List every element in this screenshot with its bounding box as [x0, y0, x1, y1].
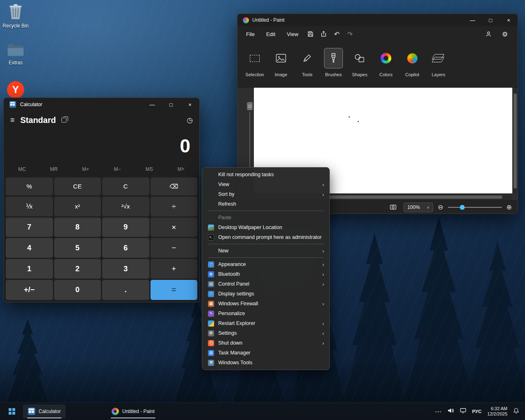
context-menu-item-refresh[interactable]: Refresh: [204, 199, 328, 209]
minimize-button[interactable]: —: [463, 14, 482, 26]
menu-view[interactable]: View: [281, 29, 304, 40]
context-menu-item-new[interactable]: New ›: [204, 246, 328, 256]
maximize-button[interactable]: □: [162, 98, 180, 111]
memory-flyout-button[interactable]: M˅: [165, 163, 197, 176]
taskbar-item-calculator[interactable]: Calculator: [23, 404, 66, 418]
start-button[interactable]: [4, 404, 20, 418]
slider-grip[interactable]: [247, 102, 253, 110]
digit-5-key[interactable]: 5: [54, 238, 101, 258]
memory-recall-button[interactable]: MR: [38, 163, 70, 176]
multiply-key[interactable]: ×: [151, 218, 198, 237]
account-icon[interactable]: [482, 29, 495, 39]
zoom-out-icon[interactable]: ⊖: [438, 203, 443, 211]
clear-key[interactable]: C: [102, 177, 149, 195]
gear-icon: ⚙: [208, 330, 214, 336]
volume-icon[interactable]: [447, 408, 454, 415]
desktop-icon-recycle-bin[interactable]: Recycle Bin: [0, 3, 31, 29]
backspace-key[interactable]: ⌫: [151, 177, 198, 195]
taskbar-item-paint[interactable]: Untitled - Paint: [107, 404, 160, 418]
menu-file[interactable]: File: [241, 29, 260, 40]
context-menu-item-display-settings[interactable]: □ Display settings: [204, 289, 328, 299]
square-key[interactable]: x²: [54, 197, 101, 216]
tool-group-shapes[interactable]: Shapes: [347, 42, 373, 87]
context-menu-item-restart-explorer[interactable]: Restart Explorer ›: [204, 318, 328, 328]
tool-group-tools[interactable]: Tools: [294, 42, 320, 87]
tool-group-image[interactable]: Image: [268, 42, 294, 87]
reciprocal-key[interactable]: ⅟x: [6, 197, 53, 216]
context-menu-item-view[interactable]: View ›: [204, 179, 328, 189]
digit-2-key[interactable]: 2: [54, 259, 101, 279]
digit-4-key[interactable]: 4: [6, 238, 53, 258]
history-icon[interactable]: ◷: [187, 116, 193, 125]
display-tray-icon[interactable]: [460, 408, 466, 415]
paint-titlebar[interactable]: Untitled - Paint — □ ×: [237, 14, 518, 26]
save-icon[interactable]: [304, 29, 317, 39]
context-menu-item-control-panel[interactable]: ▤ Control Panel ›: [204, 279, 328, 289]
minimize-button[interactable]: —: [143, 98, 162, 111]
desktop[interactable]: Recycle Bin Extras Y Untitled - Paint — …: [0, 0, 525, 420]
hamburger-menu-icon[interactable]: ≡: [10, 116, 15, 125]
vertical-scrollbar[interactable]: [513, 88, 518, 193]
keep-on-top-icon[interactable]: [62, 118, 66, 123]
close-button[interactable]: ×: [180, 98, 199, 111]
context-menu-item-windows-firewall[interactable]: ▦ Windows Firewall ›: [204, 299, 328, 309]
equals-key[interactable]: =: [151, 280, 198, 300]
digit-8-key[interactable]: 8: [54, 218, 101, 237]
memory-add-button[interactable]: M+: [70, 163, 102, 176]
context-menu-item-windows-tools[interactable]: ⚒ Windows Tools: [204, 358, 328, 368]
digit-1-key[interactable]: 1: [6, 259, 53, 279]
digit-3-key[interactable]: 3: [102, 259, 149, 279]
clear-entry-key[interactable]: CE: [54, 177, 101, 195]
context-menu-item-personalize[interactable]: ✎ Personalize: [204, 309, 328, 318]
negate-key[interactable]: +/−: [6, 280, 53, 300]
zoom-slider[interactable]: [448, 204, 502, 210]
context-menu-item-bluetooth[interactable]: B Bluetooth ›: [204, 269, 328, 279]
tool-group-copilot[interactable]: Copilot: [399, 42, 425, 87]
plus-key[interactable]: +: [151, 259, 198, 279]
context-menu-item-wallpaper-location[interactable]: Desktop Wallpaper Location: [204, 222, 328, 232]
memory-subtract-button[interactable]: M−: [102, 163, 134, 176]
notification-bell-icon[interactable]: [513, 408, 519, 415]
calculator-titlebar[interactable]: Calculator — □ ×: [4, 98, 199, 111]
clock[interactable]: 6:32 AM 12/2/2025: [487, 406, 507, 417]
context-menu-item-kill-tasks[interactable]: Kill not responding tasks: [204, 170, 328, 179]
screenshot-icon[interactable]: [387, 202, 399, 213]
context-menu-item-shut-down[interactable]: Shut down ›: [204, 338, 328, 348]
language-indicator[interactable]: РУС: [472, 409, 482, 414]
tool-group-colors[interactable]: Colors: [373, 42, 399, 87]
zoom-level-dropdown[interactable]: 100% ∨: [404, 202, 433, 212]
context-menu-item-task-manager[interactable]: ▥ Task Manager: [204, 348, 328, 358]
settings-gear-icon[interactable]: ⚙: [499, 29, 511, 39]
digit-9-key[interactable]: 9: [102, 218, 149, 237]
tool-group-brushes[interactable]: Brushes: [320, 42, 347, 87]
context-menu-item-cmd-admin[interactable]: >_ Open command prompt here as administr…: [204, 232, 328, 242]
undo-icon[interactable]: ↶: [331, 29, 343, 39]
menu-edit[interactable]: Edit: [261, 29, 281, 40]
square-root-key[interactable]: ²√x: [102, 197, 149, 216]
tool-group-selection[interactable]: Selection: [242, 42, 268, 87]
scrollbar-thumb[interactable]: [514, 93, 517, 188]
memory-clear-button[interactable]: MC: [6, 163, 38, 176]
close-button[interactable]: ×: [500, 14, 518, 26]
digit-0-key[interactable]: 0: [54, 280, 101, 300]
minus-key[interactable]: −: [151, 238, 198, 258]
share-icon[interactable]: [317, 29, 330, 39]
decimal-key[interactable]: .: [102, 280, 149, 300]
redo-icon[interactable]: ↷: [344, 29, 356, 39]
tray-overflow-button[interactable]: ···: [435, 409, 442, 415]
context-menu-item-sort-by[interactable]: Sort by ›: [204, 189, 328, 199]
memory-store-button[interactable]: MS: [133, 163, 165, 176]
tool-group-layers[interactable]: Layers: [425, 42, 452, 87]
digit-7-key[interactable]: 7: [6, 218, 53, 237]
context-menu-item-appearance[interactable]: □ Appearance ›: [204, 259, 328, 269]
zoom-in-icon[interactable]: ⊕: [507, 203, 512, 211]
divide-key[interactable]: ÷: [151, 197, 198, 216]
zoom-slider-thumb[interactable]: [460, 205, 465, 210]
digit-6-key[interactable]: 6: [102, 238, 149, 258]
maximize-button[interactable]: □: [482, 14, 500, 26]
desktop-icon-yandex[interactable]: Y: [0, 81, 31, 98]
chevron-right-icon: ›: [322, 330, 324, 336]
percent-key[interactable]: %: [6, 177, 53, 195]
context-menu-item-settings[interactable]: ⚙ Settings ›: [204, 328, 328, 338]
desktop-icon-extras[interactable]: Extras: [0, 43, 31, 66]
